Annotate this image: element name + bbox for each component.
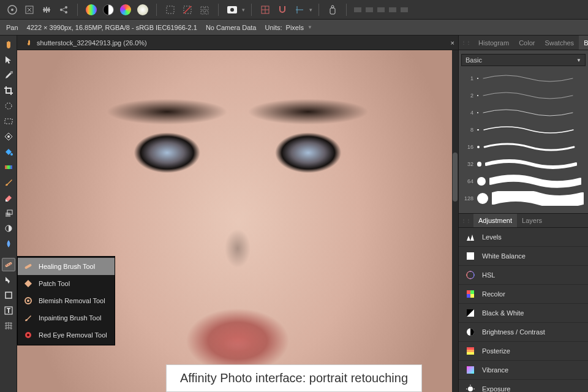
selection-brush-tool[interactable] (2, 99, 15, 113)
text-tool[interactable]: T (2, 304, 15, 317)
quickmask-icon[interactable] (225, 2, 239, 17)
align-group[interactable] (353, 2, 409, 17)
tab-swatches[interactable]: Swatches (540, 36, 579, 50)
tab-layers[interactable]: Layers (517, 214, 547, 227)
svg-point-31 (10, 153, 13, 156)
hand-icon (26, 39, 33, 47)
soft-icon[interactable] (135, 2, 150, 17)
tab-adjustment[interactable]: Adjustment (473, 214, 517, 227)
flyout-item[interactable]: Healing Brush Tool (18, 258, 115, 275)
mesh-tool[interactable] (2, 319, 15, 333)
app-icon[interactable] (5, 2, 20, 17)
tool-icon (23, 312, 34, 323)
adjustment-item[interactable]: White Balance (459, 247, 588, 266)
brush-row[interactable]: 16 (462, 138, 584, 156)
svg-rect-32 (5, 165, 12, 169)
tab-color[interactable]: Color (514, 36, 540, 50)
clone-tool[interactable] (2, 206, 15, 220)
document-tab[interactable]: shutterstock_322942913.jpg (26.0%) (21, 36, 152, 50)
brush-stroke-preview (492, 191, 584, 206)
deselect-icon[interactable] (180, 2, 195, 17)
document-tab-label: shutterstock_322942913.jpg (26.0%) (37, 39, 147, 47)
svg-rect-49 (470, 294, 474, 298)
brush-stroke-preview (482, 88, 584, 103)
flyout-item[interactable]: Patch Tool (18, 275, 115, 292)
adjustment-item[interactable]: Posterize (459, 342, 588, 361)
grip-icon[interactable]: ⋮⋮ (459, 218, 473, 224)
adjustment-icon (465, 232, 476, 243)
color-picker-tool[interactable] (2, 69, 15, 82)
grip-icon[interactable]: ⋮⋮ (459, 40, 473, 45)
adjustment-item[interactable]: Recolor (459, 285, 588, 304)
brush-row[interactable]: 128 (462, 190, 584, 207)
adjustment-item[interactable]: Brightness / Contrast (459, 323, 588, 342)
snap-icon[interactable] (275, 2, 290, 17)
tool-icon (23, 295, 34, 306)
shape-tool[interactable] (2, 288, 15, 302)
interface-icon[interactable] (22, 2, 37, 17)
svg-rect-26 (401, 7, 408, 12)
marquee-icon[interactable] (163, 2, 178, 17)
vertical-scrollbar[interactable] (452, 50, 458, 392)
caption: Affinity Photo interface: portrait retou… (166, 364, 422, 392)
blur-tool[interactable] (2, 237, 15, 251)
brush-stroke-preview (489, 174, 584, 189)
brush-row[interactable]: 4 (462, 104, 584, 121)
share-icon[interactable] (56, 2, 71, 17)
brush-dot-icon (477, 78, 478, 79)
adjustment-item[interactable]: Levels (459, 228, 588, 247)
svg-point-4 (65, 6, 67, 9)
svg-rect-23 (366, 7, 373, 12)
svg-point-28 (6, 103, 12, 109)
svg-rect-61 (24, 263, 32, 269)
svg-point-14 (230, 8, 234, 12)
chevron-down-icon: ▼ (576, 58, 581, 63)
brush-row[interactable]: 64 (462, 173, 584, 190)
adjustment-item[interactable]: Exposure (459, 380, 588, 392)
close-icon[interactable]: × (451, 39, 454, 47)
brush-category-select[interactable]: Basic ▼ (461, 54, 586, 66)
erase-tool[interactable] (2, 191, 15, 205)
svg-rect-9 (201, 7, 204, 10)
brush-row[interactable]: 2 (462, 87, 584, 104)
tool-name: Pan (6, 24, 18, 31)
hue-wheel-icon[interactable] (118, 2, 133, 17)
adjustment-item[interactable]: Vibrance (459, 361, 588, 380)
marquee-tool[interactable] (2, 115, 15, 128)
flyout-item[interactable]: Red Eye Removal Tool (18, 326, 115, 344)
flyout-item[interactable]: Blemish Removal Tool (18, 292, 115, 309)
adjustment-icon (465, 251, 476, 262)
gradient-tool[interactable] (2, 160, 15, 174)
flood-select-tool[interactable] (2, 130, 15, 143)
tab-histogram[interactable]: Histogram (473, 36, 514, 50)
healing-tool[interactable] (2, 258, 15, 271)
svg-rect-48 (467, 294, 470, 298)
adjustment-list: LevelsWhite BalanceHSLRecolorBlack & Whi… (459, 228, 588, 392)
flyout-item[interactable]: Inpainting Brush Tool (18, 309, 115, 326)
stripes-icon[interactable] (84, 2, 99, 17)
pen-tool[interactable] (2, 273, 15, 287)
move-tool[interactable] (2, 53, 15, 67)
brush-row[interactable]: 1 (462, 70, 584, 87)
units-dropdown[interactable]: Units: Pixels ▼ (265, 24, 312, 31)
brush-dot-icon (477, 95, 478, 96)
adjustment-item[interactable]: Black & White (459, 304, 588, 323)
brush-row[interactable]: 8 (462, 121, 584, 138)
adjustment-item[interactable]: HSL (459, 266, 588, 285)
selection-ops-icon[interactable] (197, 2, 212, 17)
assistant-icon[interactable] (325, 2, 340, 17)
grid-icon[interactable] (258, 2, 273, 17)
paint-brush-tool[interactable] (2, 176, 15, 189)
contrast-icon[interactable] (101, 2, 116, 17)
waveform-icon[interactable] (39, 2, 54, 17)
fill-tool[interactable] (2, 145, 15, 159)
dodge-burn-tool[interactable] (2, 222, 15, 235)
svg-point-21 (331, 6, 334, 8)
hand-tool[interactable] (2, 38, 15, 51)
brush-row[interactable]: 32 (462, 156, 584, 173)
guide-icon[interactable] (292, 2, 307, 17)
svg-point-39 (10, 263, 11, 265)
crop-tool[interactable] (2, 84, 15, 97)
image-dims: 4222 × 3990px, 16.85MP, RGBA/8 - sRGB IE… (27, 24, 197, 31)
tab-brushes[interactable]: Brushes (579, 36, 588, 50)
